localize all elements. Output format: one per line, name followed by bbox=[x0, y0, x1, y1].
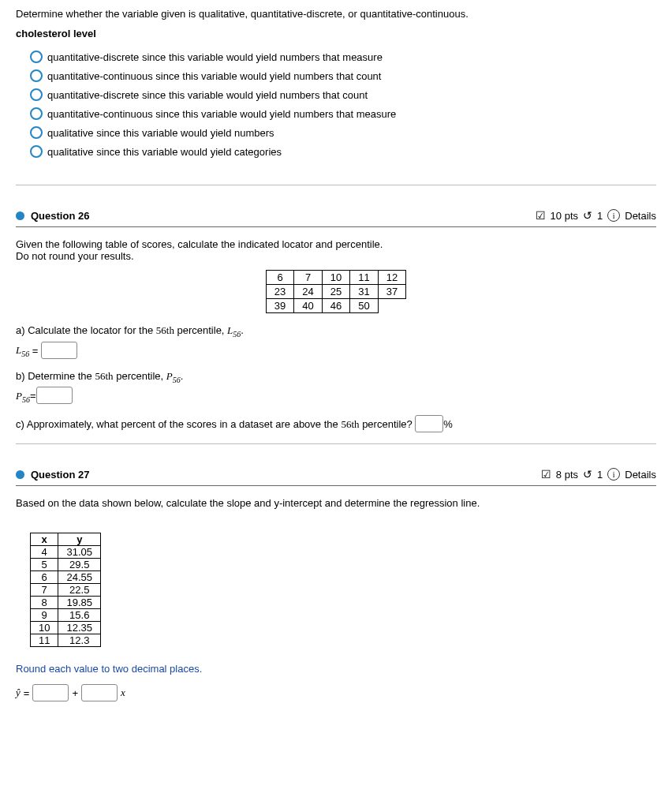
q25-options: quantitative-discrete since this variabl… bbox=[30, 47, 656, 161]
q27-header: Question 27 ☑ 8 pts ↺ 1 i Details bbox=[16, 468, 656, 481]
info-icon[interactable]: i bbox=[607, 209, 620, 222]
radio-icon[interactable] bbox=[30, 88, 43, 101]
xy-table: x y 431.05 529.5 624.55 722.5 819.85 915… bbox=[30, 533, 101, 647]
table-cell: 23 bbox=[266, 285, 293, 299]
divider bbox=[16, 443, 656, 444]
divider bbox=[16, 185, 656, 185]
details-link[interactable]: Details bbox=[625, 469, 656, 481]
ordinal: 56th bbox=[341, 418, 359, 430]
table-cell: 12.35 bbox=[58, 622, 101, 634]
table-cell: 12 bbox=[378, 271, 405, 285]
part-a-text-pre: a) Calculate the locator for the bbox=[16, 324, 156, 336]
q26-intro1: Given the following table of scores, cal… bbox=[16, 238, 656, 250]
slope-input[interactable] bbox=[81, 684, 118, 701]
table-cell: 50 bbox=[350, 299, 378, 313]
q27-body: Based on the data shown below, calculate… bbox=[16, 497, 656, 701]
L56-label: L56 bbox=[16, 344, 29, 356]
option-label: quantitative-continuous since this varia… bbox=[47, 108, 396, 120]
part-a-text-post: percentile, bbox=[174, 324, 227, 336]
part-b-text-post: percentile, bbox=[114, 370, 166, 382]
q26-part-b: b) Determine the 56th percentile, P56. P… bbox=[16, 370, 656, 405]
table-cell: 22.5 bbox=[58, 584, 101, 597]
retry-icon: ↺ bbox=[583, 209, 592, 222]
divider bbox=[16, 485, 656, 486]
q25-variable: cholesterol level bbox=[16, 28, 656, 39]
L56-symbol: L56 bbox=[227, 324, 241, 336]
table-cell: 31.05 bbox=[58, 546, 101, 559]
q26-part-a: a) Calculate the locator for the 56th pe… bbox=[16, 324, 656, 359]
table-cell: 4 bbox=[31, 546, 58, 559]
yhat-symbol: ŷ bbox=[16, 686, 21, 699]
divider bbox=[16, 226, 656, 227]
retry-icon: ↺ bbox=[583, 468, 592, 481]
radio-icon[interactable] bbox=[30, 69, 43, 82]
table-cell: 10 bbox=[31, 622, 58, 634]
table-cell: 7 bbox=[31, 584, 58, 597]
table-cell: 19.85 bbox=[58, 597, 101, 609]
P56-label: P56 bbox=[16, 390, 30, 402]
option-row[interactable]: quantitative-discrete since this variabl… bbox=[30, 85, 656, 104]
P56-input[interactable] bbox=[36, 387, 73, 404]
table-cell: 39 bbox=[266, 299, 293, 313]
status-dot-icon bbox=[16, 470, 24, 479]
table-cell: 8 bbox=[31, 597, 58, 609]
points-label: 8 pts bbox=[556, 469, 578, 481]
table-cell: 40 bbox=[294, 299, 322, 313]
x-variable: x bbox=[121, 686, 125, 699]
table-header: x bbox=[31, 533, 58, 546]
table-cell: 24.55 bbox=[58, 571, 101, 584]
status-dot-icon bbox=[16, 211, 24, 220]
part-c-text-pre: c) Approximately, what percent of the sc… bbox=[16, 418, 341, 430]
ordinal: 56th bbox=[156, 324, 174, 336]
equals: = bbox=[29, 344, 41, 356]
table-cell: 25 bbox=[322, 285, 349, 299]
attempts-label: 1 bbox=[597, 469, 603, 481]
percent-input[interactable] bbox=[415, 415, 443, 432]
option-label: quantitative-discrete since this variabl… bbox=[47, 51, 383, 63]
table-cell: 24 bbox=[294, 285, 322, 299]
intercept-input[interactable] bbox=[32, 684, 69, 701]
table-cell: 11 bbox=[31, 634, 58, 647]
table-cell: 10 bbox=[322, 271, 349, 285]
table-cell: 7 bbox=[294, 271, 322, 285]
L56-input[interactable] bbox=[41, 342, 77, 359]
radio-icon[interactable] bbox=[30, 145, 43, 158]
table-cell: 11 bbox=[350, 271, 378, 285]
option-row[interactable]: quantitative-continuous since this varia… bbox=[30, 104, 656, 123]
details-link[interactable]: Details bbox=[625, 210, 656, 222]
table-cell: 5 bbox=[31, 559, 58, 571]
question-title: Question 26 bbox=[31, 210, 89, 222]
regression-equation: ŷ = + x bbox=[16, 684, 656, 701]
check-icon: ☑ bbox=[536, 209, 546, 222]
option-row[interactable]: quantitative-discrete since this variabl… bbox=[30, 47, 656, 66]
option-label: qualitative since this variable would yi… bbox=[47, 127, 274, 139]
scores-table: 6 7 10 11 12 23 24 25 31 37 39 40 46 50 bbox=[266, 270, 406, 313]
radio-icon[interactable] bbox=[30, 50, 43, 63]
table-cell: 31 bbox=[350, 285, 378, 299]
q26-header: Question 26 ☑ 10 pts ↺ 1 i Details bbox=[16, 209, 656, 222]
plus-sign: + bbox=[72, 687, 78, 699]
info-icon[interactable]: i bbox=[607, 468, 620, 481]
radio-icon[interactable] bbox=[30, 107, 43, 120]
option-row[interactable]: qualitative since this variable would yi… bbox=[30, 123, 656, 142]
table-cell: 46 bbox=[322, 299, 349, 313]
q26-part-c: c) Approximately, what percent of the sc… bbox=[16, 415, 656, 432]
points-label: 10 pts bbox=[551, 210, 578, 222]
table-cell: 6 bbox=[266, 271, 293, 285]
P56-symbol: P56 bbox=[166, 370, 181, 382]
q25-prompt: Determine whether the variable given is … bbox=[16, 8, 656, 20]
table-header: y bbox=[58, 533, 101, 546]
check-icon: ☑ bbox=[541, 468, 551, 481]
table-cell: 15.6 bbox=[58, 609, 101, 622]
option-row[interactable]: qualitative since this variable would yi… bbox=[30, 142, 656, 161]
question-title: Question 27 bbox=[31, 469, 89, 481]
table-cell: 6 bbox=[31, 571, 58, 584]
option-label: quantitative-discrete since this variabl… bbox=[47, 89, 368, 101]
table-cell: 29.5 bbox=[58, 559, 101, 571]
option-label: qualitative since this variable would yi… bbox=[47, 146, 282, 158]
option-row[interactable]: quantitative-continuous since this varia… bbox=[30, 66, 656, 85]
q27-intro: Based on the data shown below, calculate… bbox=[16, 497, 656, 509]
option-label: quantitative-continuous since this varia… bbox=[47, 70, 381, 82]
radio-icon[interactable] bbox=[30, 126, 43, 139]
q26-body: Given the following table of scores, cal… bbox=[16, 238, 656, 432]
